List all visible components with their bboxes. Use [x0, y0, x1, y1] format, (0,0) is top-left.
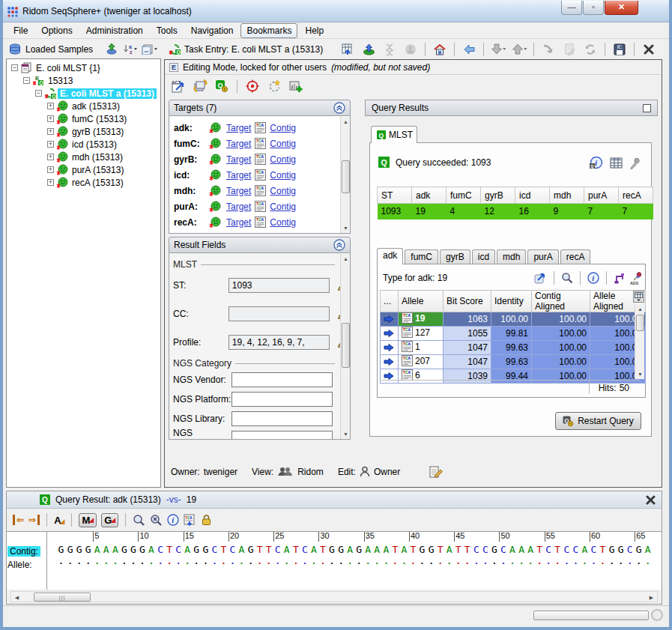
home-icon[interactable]: [431, 40, 449, 58]
tree-item-label[interactable]: adk (15313): [70, 101, 122, 112]
maximize-panel-icon[interactable]: [643, 104, 651, 112]
table-view-icon[interactable]: [610, 157, 623, 169]
contig-link[interactable]: Contig: [270, 123, 296, 133]
export-act-icon[interactable]: ACT: [169, 77, 187, 95]
zoom-in-icon[interactable]: [133, 514, 145, 527]
allele-row-label[interactable]: Allele:: [7, 560, 32, 570]
alignment-hscrollbar[interactable]: ◀ ▶ |||: [10, 591, 658, 602]
target-link[interactable]: Target: [226, 170, 251, 181]
allele-result-table[interactable]: ...AlleleBit ScoreIdentityContig Aligned…: [380, 290, 646, 384]
tree-item[interactable]: +purA (15313): [7, 163, 160, 176]
close-alignment-icon[interactable]: [646, 495, 656, 505]
tab-fumC[interactable]: fumC: [405, 249, 438, 264]
target-crosshair-icon[interactable]: [243, 77, 261, 95]
tree-item[interactable]: +fumC (15313): [7, 112, 160, 125]
result-fields-scrollbar[interactable]: ▲▼: [340, 254, 350, 439]
collapse-all-icon[interactable]: [142, 44, 158, 55]
allele-row[interactable]: TCA191063100.00100.00100.00: [381, 312, 646, 327]
lock-icon[interactable]: [201, 514, 212, 526]
collapse-icon[interactable]: −: [23, 77, 30, 84]
menu-administration[interactable]: Administration: [80, 23, 149, 38]
expand-icon[interactable]: +: [47, 128, 54, 135]
expand-icon[interactable]: +: [47, 103, 54, 109]
branch-icon[interactable]: [614, 273, 626, 284]
tab-recA[interactable]: recA: [560, 249, 591, 264]
allele-col-header[interactable]: Bit Score: [444, 291, 491, 312]
expand-icon[interactable]: +: [47, 179, 54, 186]
st-col-header[interactable]: fumC: [447, 187, 481, 204]
tree-item-label[interactable]: E. coli MLST {1}: [34, 63, 103, 73]
contig-link[interactable]: Contig: [270, 202, 296, 212]
restore-button[interactable]: ▫: [583, 1, 604, 15]
collapse-result-fields-icon[interactable]: [333, 239, 345, 251]
target-link[interactable]: Target: [226, 202, 251, 212]
close-task-icon[interactable]: [640, 40, 658, 58]
query-info-icon[interactable]: iQ: [589, 157, 603, 169]
allele-col-header[interactable]: Identity: [491, 291, 532, 312]
st-col-header[interactable]: mdh: [550, 187, 584, 204]
tab-mdh[interactable]: mdh: [497, 249, 526, 264]
search-icon[interactable]: [561, 272, 573, 284]
prev-diff-icon[interactable]: ⇐: [13, 515, 24, 525]
st-col-header[interactable]: ST: [378, 187, 412, 204]
tab-icd[interactable]: icd: [472, 249, 495, 264]
agg-pin-icon[interactable]: AGG: [630, 272, 641, 285]
tree-item[interactable]: +icd (15313): [7, 138, 160, 151]
field-input[interactable]: [228, 306, 330, 321]
sort-icon[interactable]: az: [123, 43, 137, 55]
back-icon[interactable]: [460, 40, 478, 58]
add-chart-icon[interactable]: [287, 77, 305, 95]
tree-item[interactable]: +recA (15313): [7, 176, 160, 189]
contig-link[interactable]: Contig: [270, 139, 296, 149]
alignment-info-icon[interactable]: i: [167, 514, 179, 526]
recalc-icon[interactable]: [265, 77, 283, 95]
st-result-row[interactable]: 10931941216977: [378, 204, 653, 219]
collapse-icon[interactable]: −: [35, 90, 42, 97]
menu-bookmarks[interactable]: Bookmarks: [240, 23, 297, 38]
target-link[interactable]: Target: [226, 217, 251, 228]
expand-icon[interactable]: +: [47, 141, 54, 148]
contig-link[interactable]: Contig: [270, 170, 296, 181]
export-result-icon[interactable]: [534, 273, 547, 284]
allele-row[interactable]: TCA1104799.63100.00100.00: [381, 341, 646, 355]
highlight-gap-button[interactable]: G◢: [101, 513, 118, 527]
st-col-header[interactable]: adk: [412, 187, 447, 204]
tree-item-label[interactable]: purA (15313): [70, 165, 126, 175]
contig-link[interactable]: Contig: [270, 154, 296, 165]
tab-purA[interactable]: purA: [527, 249, 558, 264]
target-link[interactable]: Target: [226, 154, 251, 165]
contig-link[interactable]: Contig: [270, 217, 296, 228]
edit-note-icon[interactable]: [429, 465, 443, 479]
tree-item-label[interactable]: icd (15313): [70, 139, 119, 150]
tree-item[interactable]: −EQ15313: [7, 74, 160, 87]
field-input[interactable]: [231, 411, 333, 426]
zoom-reset-icon[interactable]: [150, 514, 163, 527]
tab-gyrB[interactable]: gyrB: [440, 249, 470, 264]
target-link[interactable]: Target: [226, 139, 251, 149]
tree-item[interactable]: +mdh (15313): [7, 151, 160, 163]
field-input[interactable]: [231, 431, 333, 440]
menu-options[interactable]: Options: [35, 23, 78, 38]
down-arrow-icon[interactable]: [489, 40, 507, 58]
query-settings-icon[interactable]: Q: [213, 77, 231, 95]
tree-item[interactable]: +adk (15313): [7, 100, 160, 112]
expand-icon[interactable]: +: [47, 154, 54, 160]
tree-item-label[interactable]: recA (15313): [70, 178, 126, 188]
tree-item[interactable]: −E. coli MLST {1}: [7, 61, 160, 74]
menu-tools[interactable]: Tools: [151, 23, 184, 38]
tree-item-label[interactable]: 15313: [46, 76, 75, 86]
targets-scrollbar[interactable]: ▲▼: [340, 117, 350, 233]
tab-adk[interactable]: adk: [377, 248, 403, 264]
collapse-icon[interactable]: −: [11, 64, 18, 71]
allele-row[interactable]: TCA127105599.81100.00100.00: [381, 327, 646, 341]
save-icon[interactable]: [611, 40, 629, 58]
reprocess-icon[interactable]: [191, 77, 209, 95]
up-arrow-icon[interactable]: [510, 40, 528, 58]
load-samples-icon[interactable]: [106, 43, 118, 55]
highlight-mismatch-button[interactable]: M◢: [79, 513, 97, 527]
table-upload-icon[interactable]: [339, 40, 357, 58]
field-input[interactable]: [231, 372, 333, 387]
restart-query-button[interactable]: Q Restart Query: [555, 412, 641, 430]
tree-item[interactable]: −QE. coli MLST a (15313): [7, 87, 160, 100]
allele-table-scrollbar[interactable]: ▲▼: [635, 304, 644, 379]
